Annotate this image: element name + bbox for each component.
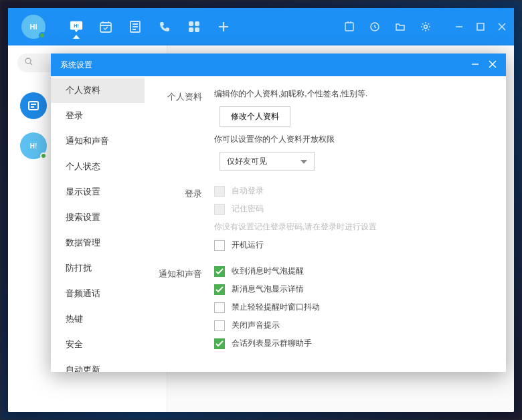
startup-label: 开机运行 xyxy=(232,239,264,251)
nav-item[interactable]: 显示设置 xyxy=(51,179,145,205)
settings-modal: 系统设置 个人资料登录通知和声音个人状态显示设置搜索设置数据管理防打扰音频通话热… xyxy=(51,54,506,372)
svg-point-18 xyxy=(424,25,428,29)
minimize-icon[interactable] xyxy=(452,20,466,33)
history-icon[interactable] xyxy=(368,20,381,33)
nav-item[interactable]: 登录 xyxy=(51,103,145,128)
nav-item[interactable]: 搜索设置 xyxy=(51,205,145,230)
maximize-icon[interactable] xyxy=(474,20,487,33)
checkbox-label: 会话列表显示群聊助手 xyxy=(232,338,312,349)
svg-point-23 xyxy=(25,58,31,64)
nav-item[interactable]: 安全 xyxy=(51,332,145,357)
visibility-value: 仅好友可见 xyxy=(227,156,267,167)
nav-item[interactable]: 防打扰 xyxy=(51,255,145,281)
settings-nav: 个人资料登录通知和声音个人状态显示设置搜索设置数据管理防打扰音频通话热键安全自动… xyxy=(51,76,145,372)
nav-item[interactable]: 音频通话 xyxy=(51,281,145,306)
checkbox-label: 收到消息时气泡提醒 xyxy=(232,266,304,277)
checkbox-label: 禁止轻轻提醒时窗口抖动 xyxy=(232,302,320,313)
checkbox[interactable] xyxy=(214,320,225,331)
nav-item[interactable]: 个人状态 xyxy=(51,154,145,179)
svg-rect-2 xyxy=(100,23,111,32)
svg-text:H!: H! xyxy=(74,23,79,29)
nav-item[interactable]: 通知和声音 xyxy=(51,128,145,154)
contact-avatar-icon xyxy=(20,92,47,119)
checkbox-label: 新消息气泡显示详情 xyxy=(232,284,304,295)
nav-item[interactable]: 个人资料 xyxy=(51,78,145,103)
titlebar: HI H! xyxy=(8,8,514,45)
settings-content: 个人资料 编辑你的个人资料,如昵称,个性签名,性别等. 修改个人资料 你可以设置… xyxy=(145,76,506,372)
checkbox-label: 关闭声音提示 xyxy=(232,320,280,331)
checkbox[interactable] xyxy=(214,284,225,295)
svg-rect-20 xyxy=(477,23,484,30)
status-online-icon xyxy=(39,32,46,39)
login-note: 你没有设置记住登录密码,请在登录时进行设置 xyxy=(214,221,377,233)
chat-tab-icon[interactable]: H! xyxy=(70,20,83,33)
gear-icon[interactable] xyxy=(419,20,432,33)
svg-rect-11 xyxy=(195,21,199,26)
modal-minimize-icon[interactable] xyxy=(471,60,479,70)
nav-item[interactable]: 自动更新 xyxy=(51,357,145,372)
close-icon[interactable] xyxy=(495,20,509,33)
apps-tab-icon[interactable] xyxy=(187,20,201,33)
contact-avatar-icon: H! xyxy=(20,132,47,159)
news-tab-icon[interactable] xyxy=(128,20,142,33)
modal-close-icon[interactable] xyxy=(489,60,497,70)
calendar-tab-icon[interactable] xyxy=(99,20,112,33)
checkbox[interactable] xyxy=(214,266,225,277)
checkbox[interactable] xyxy=(214,302,225,313)
checkbox[interactable] xyxy=(214,338,225,349)
section-label-login: 登录 xyxy=(150,185,202,257)
remember-label: 记住密码 xyxy=(232,203,264,215)
nav-item[interactable]: 热键 xyxy=(51,306,145,332)
folder-icon[interactable] xyxy=(394,20,407,33)
svg-rect-10 xyxy=(189,21,193,26)
search-icon xyxy=(24,57,33,69)
phone-tab-icon[interactable] xyxy=(158,20,171,33)
edit-profile-button[interactable]: 修改个人资料 xyxy=(220,106,290,127)
modal-header: 系统设置 xyxy=(51,54,506,76)
checkbox-remember xyxy=(214,204,225,215)
svg-rect-12 xyxy=(189,27,193,32)
user-avatar[interactable]: HI xyxy=(21,15,46,39)
checkbox-startup[interactable] xyxy=(214,240,225,251)
svg-rect-25 xyxy=(29,102,38,110)
svg-rect-13 xyxy=(195,27,199,32)
profile-desc: 编辑你的个人资料,如昵称,个性签名,性别等. xyxy=(214,88,367,100)
section-label-notify: 通知和声音 xyxy=(150,266,202,356)
svg-line-24 xyxy=(30,63,32,65)
add-tab-icon[interactable] xyxy=(217,20,230,33)
screenshot-icon[interactable] xyxy=(343,20,356,33)
chevron-down-icon xyxy=(300,156,307,166)
nav-item[interactable]: 数据管理 xyxy=(51,230,145,255)
visibility-select[interactable]: 仅好友可见 xyxy=(220,152,315,171)
visibility-desc: 你可以设置你的个人资料开放权限 xyxy=(214,134,335,145)
svg-rect-16 xyxy=(345,23,353,31)
avatar-text: HI xyxy=(30,23,37,31)
section-label-profile: 个人资料 xyxy=(150,88,202,177)
auto-login-label: 自动登录 xyxy=(232,185,264,197)
modal-title: 系统设置 xyxy=(60,60,92,71)
checkbox-auto-login xyxy=(214,186,225,197)
